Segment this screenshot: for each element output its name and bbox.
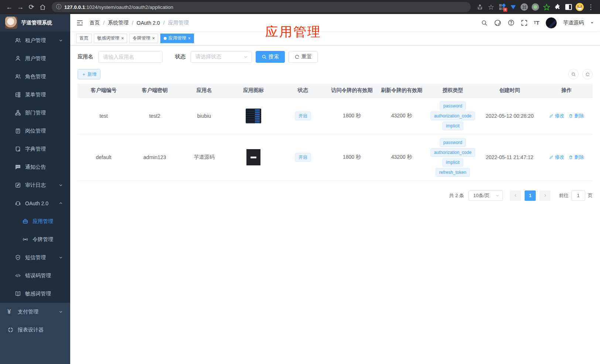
sidebar-item-dept[interactable]: 部门管理 [0,104,70,122]
sidebar-item-report-designer[interactable]: 报表设计器 [0,321,70,339]
grant-tag: authorization_code [430,148,475,157]
app-name-input[interactable] [98,51,163,63]
refresh-table-icon[interactable] [582,69,593,79]
edit-button[interactable]: 修改 [549,113,564,119]
message-bubble-icon [15,164,21,170]
sidebar-item-app-manage[interactable]: 应用管理 [0,212,70,230]
split-view-icon[interactable] [563,1,574,13]
prev-page-button[interactable] [510,190,521,201]
page-1-button[interactable]: 1 [525,190,536,201]
breadcrumb-system[interactable]: 系统管理 [108,20,129,26]
sidebar-item-notice[interactable]: 通知公告 [0,158,70,176]
extension-gem-icon[interactable] [508,1,519,13]
breadcrumb-oauth[interactable]: OAuth 2.0 [137,20,160,26]
bookmark-star-icon[interactable]: ☆ [485,1,497,13]
fullscreen-icon[interactable] [521,20,528,26]
address-bar[interactable]: ⓘ 127.0.0.1:1024/system/oauth2/oauth2/ap… [52,2,471,12]
delete-button[interactable]: 删除 [569,154,584,161]
url-host: 127.0.0.1 [64,4,85,10]
extension-command-icon[interactable] [519,1,530,13]
edit-pen-icon [549,155,553,159]
grant-tag: implicit [442,121,463,130]
tab-sensitive[interactable]: 敏感词管理× [94,34,127,43]
url-path: :1024/system/oauth2/oauth2/application [85,4,173,10]
filter-form: 应用名 状态 请选择状态 搜索 重置 [78,51,593,63]
breadcrumb-current: 应用管理 [168,20,189,26]
sidebar-item-role[interactable]: 角色管理 [0,68,70,86]
sidebar-item-tenant[interactable]: 租户管理 [0,31,70,49]
tab-app-manage[interactable]: 应用管理× [160,34,194,43]
goto-page-input[interactable] [571,190,585,201]
sidebar-item-user[interactable]: 用户管理 [0,49,70,68]
breadcrumb-home[interactable]: 首页 [89,20,100,26]
browser-menu-icon[interactable]: ⋮ [585,1,596,13]
close-icon[interactable]: × [152,36,155,41]
browser-reload-icon[interactable]: ⟳ [26,1,37,13]
share-icon[interactable] [474,1,485,13]
col-app-icon: 应用图标 [228,84,279,97]
cell-created: 2022-05-12 00:28:20 [479,97,541,134]
sidebar-item-token-manage[interactable]: 令牌管理 [0,230,70,248]
sidebar-item-post[interactable]: 岗位管理 [0,122,70,140]
breadcrumb-separator: / [163,20,165,26]
site-info-icon[interactable]: ⓘ [56,4,61,10]
sidebar-item-dict[interactable]: 字典管理 [0,140,70,158]
sidebar-item-menu[interactable]: 菜单管理 [0,86,70,104]
search-icon[interactable] [481,20,488,26]
extension-star-icon[interactable] [541,1,552,13]
next-page-button[interactable] [539,190,550,201]
sidebar-item-errcode[interactable]: 错误码管理 [0,267,70,285]
browser-back-icon[interactable]: ← [4,1,15,13]
sidebar-item-pay[interactable]: ¥ 支付管理 [0,303,70,321]
grant-tag: implicit [442,158,463,167]
extension-record-icon[interactable] [530,1,541,13]
status-select-placeholder: 请选择状态 [195,54,221,60]
sidebar-item-sms[interactable]: 短信管理 [0,248,70,267]
browser-home-icon[interactable] [37,1,48,13]
collapse-sidebar-icon[interactable] [76,19,83,27]
username[interactable]: 芋道源码 [563,20,584,26]
edit-button[interactable]: 修改 [549,154,564,161]
tree-list-icon [15,92,21,98]
cell-created: 2022-05-11 21:47:12 [479,134,541,181]
status-select[interactable]: 请选择状态 [191,51,252,63]
caret-down-icon[interactable] [590,21,594,25]
close-icon[interactable]: × [188,36,191,41]
sidebar-item-audit[interactable]: 审计日志 [0,176,70,194]
extension-badge: 9 [503,8,507,12]
help-icon[interactable] [508,19,515,26]
close-icon[interactable]: × [121,36,124,41]
cell-app-name: 芋道源码 [180,134,229,181]
page-size-select[interactable]: 10条/页 [468,190,503,201]
add-button[interactable]: ＋ 新增 [78,69,100,79]
tab-token[interactable]: 令牌管理× [129,34,158,43]
goto-suffix-label: 页 [588,192,593,199]
badge-icon [15,128,21,134]
chevron-down-icon [59,310,63,314]
sidebar-item-label: 审计日志 [25,182,46,189]
tab-home[interactable]: 首页 [76,34,92,43]
browser-forward-icon[interactable]: → [15,1,26,13]
github-icon[interactable] [494,19,501,27]
avatar[interactable] [546,17,557,28]
sidebar-item-label: 部门管理 [25,110,46,116]
sidebar-logo[interactable]: 芋道管理系统 [0,14,70,31]
extension-grid-icon[interactable]: 9 [497,1,508,13]
cell-status: 开启 [279,134,327,181]
app-icon-thumbnail [246,149,260,165]
delete-button[interactable]: 删除 [569,113,584,119]
reset-button[interactable]: 重置 [289,51,318,63]
extensions-puzzle-icon[interactable] [552,1,563,13]
chevron-down-icon [59,38,63,42]
cell-grant-types: password authorization_code implicit [427,97,479,134]
page-content: 应用名 状态 请选择状态 搜索 重置 ＋ [70,45,600,364]
sidebar-item-sensitive[interactable]: 敏感词管理 [0,285,70,303]
grant-tag: password [440,138,466,147]
toggle-search-icon[interactable] [568,69,579,79]
profile-emoji-icon[interactable] [574,1,585,13]
sidebar-item-label: 字典管理 [25,146,46,152]
search-button[interactable]: 搜索 [256,51,285,63]
org-tree-icon [15,110,21,116]
sidebar-item-oauth[interactable]: OAuth 2.0 [0,194,70,212]
font-size-icon[interactable]: TT [534,20,539,26]
